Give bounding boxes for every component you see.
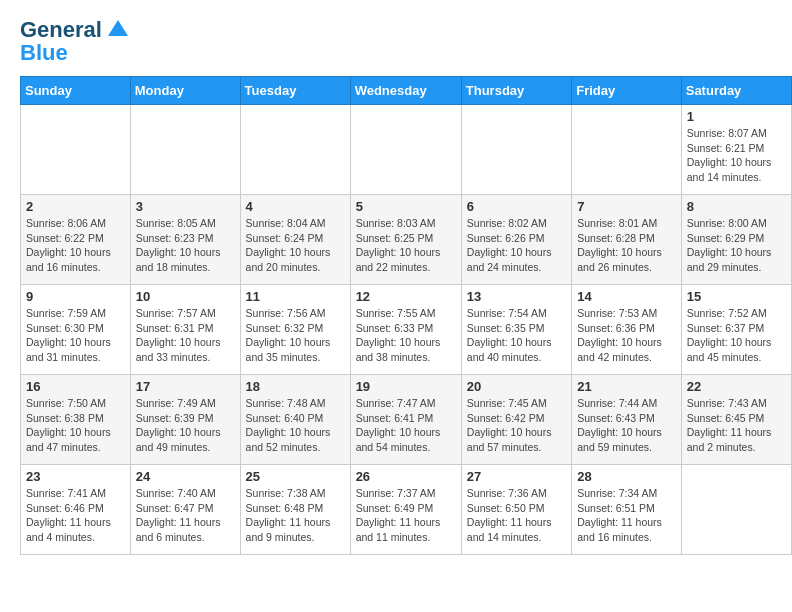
col-header-sunday: Sunday	[21, 77, 131, 105]
col-header-thursday: Thursday	[461, 77, 571, 105]
day-number: 7	[577, 199, 676, 214]
day-info: Sunrise: 7:57 AM Sunset: 6:31 PM Dayligh…	[136, 306, 235, 365]
day-number: 19	[356, 379, 456, 394]
day-info: Sunrise: 7:50 AM Sunset: 6:38 PM Dayligh…	[26, 396, 125, 455]
day-number: 15	[687, 289, 786, 304]
calendar-cell: 16Sunrise: 7:50 AM Sunset: 6:38 PM Dayli…	[21, 375, 131, 465]
calendar-cell	[461, 105, 571, 195]
col-header-monday: Monday	[130, 77, 240, 105]
day-info: Sunrise: 7:56 AM Sunset: 6:32 PM Dayligh…	[246, 306, 345, 365]
calendar-cell: 14Sunrise: 7:53 AM Sunset: 6:36 PM Dayli…	[572, 285, 682, 375]
day-number: 9	[26, 289, 125, 304]
day-info: Sunrise: 8:01 AM Sunset: 6:28 PM Dayligh…	[577, 216, 676, 275]
day-number: 4	[246, 199, 345, 214]
day-number: 8	[687, 199, 786, 214]
day-number: 17	[136, 379, 235, 394]
day-info: Sunrise: 7:52 AM Sunset: 6:37 PM Dayligh…	[687, 306, 786, 365]
day-info: Sunrise: 8:02 AM Sunset: 6:26 PM Dayligh…	[467, 216, 566, 275]
calendar-cell: 8Sunrise: 8:00 AM Sunset: 6:29 PM Daylig…	[681, 195, 791, 285]
calendar-cell: 25Sunrise: 7:38 AM Sunset: 6:48 PM Dayli…	[240, 465, 350, 555]
day-info: Sunrise: 7:53 AM Sunset: 6:36 PM Dayligh…	[577, 306, 676, 365]
calendar-cell: 22Sunrise: 7:43 AM Sunset: 6:45 PM Dayli…	[681, 375, 791, 465]
day-info: Sunrise: 7:38 AM Sunset: 6:48 PM Dayligh…	[246, 486, 345, 545]
day-number: 10	[136, 289, 235, 304]
calendar-cell: 15Sunrise: 7:52 AM Sunset: 6:37 PM Dayli…	[681, 285, 791, 375]
day-number: 2	[26, 199, 125, 214]
day-number: 11	[246, 289, 345, 304]
day-info: Sunrise: 7:47 AM Sunset: 6:41 PM Dayligh…	[356, 396, 456, 455]
day-info: Sunrise: 8:07 AM Sunset: 6:21 PM Dayligh…	[687, 126, 786, 185]
calendar-cell: 19Sunrise: 7:47 AM Sunset: 6:41 PM Dayli…	[350, 375, 461, 465]
day-number: 23	[26, 469, 125, 484]
day-info: Sunrise: 7:44 AM Sunset: 6:43 PM Dayligh…	[577, 396, 676, 455]
day-number: 13	[467, 289, 566, 304]
day-number: 16	[26, 379, 125, 394]
calendar-cell: 24Sunrise: 7:40 AM Sunset: 6:47 PM Dayli…	[130, 465, 240, 555]
day-info: Sunrise: 8:04 AM Sunset: 6:24 PM Dayligh…	[246, 216, 345, 275]
calendar-cell	[572, 105, 682, 195]
calendar-header: SundayMondayTuesdayWednesdayThursdayFrid…	[21, 77, 792, 105]
calendar-cell: 28Sunrise: 7:34 AM Sunset: 6:51 PM Dayli…	[572, 465, 682, 555]
day-info: Sunrise: 7:34 AM Sunset: 6:51 PM Dayligh…	[577, 486, 676, 545]
calendar-cell: 26Sunrise: 7:37 AM Sunset: 6:49 PM Dayli…	[350, 465, 461, 555]
col-header-wednesday: Wednesday	[350, 77, 461, 105]
page-header: General Blue	[0, 0, 792, 76]
day-info: Sunrise: 7:41 AM Sunset: 6:46 PM Dayligh…	[26, 486, 125, 545]
day-info: Sunrise: 7:48 AM Sunset: 6:40 PM Dayligh…	[246, 396, 345, 455]
day-info: Sunrise: 8:05 AM Sunset: 6:23 PM Dayligh…	[136, 216, 235, 275]
day-info: Sunrise: 8:03 AM Sunset: 6:25 PM Dayligh…	[356, 216, 456, 275]
day-info: Sunrise: 7:43 AM Sunset: 6:45 PM Dayligh…	[687, 396, 786, 455]
day-number: 12	[356, 289, 456, 304]
logo: General Blue	[20, 16, 132, 66]
day-number: 5	[356, 199, 456, 214]
calendar-cell: 12Sunrise: 7:55 AM Sunset: 6:33 PM Dayli…	[350, 285, 461, 375]
calendar-cell: 3Sunrise: 8:05 AM Sunset: 6:23 PM Daylig…	[130, 195, 240, 285]
day-number: 1	[687, 109, 786, 124]
calendar-cell: 13Sunrise: 7:54 AM Sunset: 6:35 PM Dayli…	[461, 285, 571, 375]
calendar-cell: 20Sunrise: 7:45 AM Sunset: 6:42 PM Dayli…	[461, 375, 571, 465]
day-info: Sunrise: 7:37 AM Sunset: 6:49 PM Dayligh…	[356, 486, 456, 545]
calendar-cell	[240, 105, 350, 195]
day-info: Sunrise: 8:00 AM Sunset: 6:29 PM Dayligh…	[687, 216, 786, 275]
day-info: Sunrise: 7:36 AM Sunset: 6:50 PM Dayligh…	[467, 486, 566, 545]
calendar-cell: 4Sunrise: 8:04 AM Sunset: 6:24 PM Daylig…	[240, 195, 350, 285]
logo-icon	[104, 16, 132, 44]
day-number: 20	[467, 379, 566, 394]
calendar-cell: 23Sunrise: 7:41 AM Sunset: 6:46 PM Dayli…	[21, 465, 131, 555]
calendar-cell: 21Sunrise: 7:44 AM Sunset: 6:43 PM Dayli…	[572, 375, 682, 465]
day-info: Sunrise: 7:45 AM Sunset: 6:42 PM Dayligh…	[467, 396, 566, 455]
day-number: 22	[687, 379, 786, 394]
calendar-cell	[130, 105, 240, 195]
day-number: 21	[577, 379, 676, 394]
day-info: Sunrise: 7:49 AM Sunset: 6:39 PM Dayligh…	[136, 396, 235, 455]
calendar-cell: 5Sunrise: 8:03 AM Sunset: 6:25 PM Daylig…	[350, 195, 461, 285]
day-info: Sunrise: 8:06 AM Sunset: 6:22 PM Dayligh…	[26, 216, 125, 275]
col-header-tuesday: Tuesday	[240, 77, 350, 105]
svg-marker-0	[108, 20, 128, 36]
calendar-cell: 27Sunrise: 7:36 AM Sunset: 6:50 PM Dayli…	[461, 465, 571, 555]
calendar-cell: 10Sunrise: 7:57 AM Sunset: 6:31 PM Dayli…	[130, 285, 240, 375]
day-info: Sunrise: 7:59 AM Sunset: 6:30 PM Dayligh…	[26, 306, 125, 365]
day-number: 27	[467, 469, 566, 484]
calendar-table: SundayMondayTuesdayWednesdayThursdayFrid…	[20, 76, 792, 555]
day-number: 26	[356, 469, 456, 484]
calendar-cell: 2Sunrise: 8:06 AM Sunset: 6:22 PM Daylig…	[21, 195, 131, 285]
col-header-friday: Friday	[572, 77, 682, 105]
day-info: Sunrise: 7:54 AM Sunset: 6:35 PM Dayligh…	[467, 306, 566, 365]
calendar-cell: 18Sunrise: 7:48 AM Sunset: 6:40 PM Dayli…	[240, 375, 350, 465]
calendar-body: 1Sunrise: 8:07 AM Sunset: 6:21 PM Daylig…	[21, 105, 792, 555]
calendar-cell: 6Sunrise: 8:02 AM Sunset: 6:26 PM Daylig…	[461, 195, 571, 285]
calendar-container: SundayMondayTuesdayWednesdayThursdayFrid…	[0, 76, 792, 565]
day-info: Sunrise: 7:55 AM Sunset: 6:33 PM Dayligh…	[356, 306, 456, 365]
calendar-cell: 9Sunrise: 7:59 AM Sunset: 6:30 PM Daylig…	[21, 285, 131, 375]
calendar-cell: 7Sunrise: 8:01 AM Sunset: 6:28 PM Daylig…	[572, 195, 682, 285]
day-number: 3	[136, 199, 235, 214]
calendar-cell: 1Sunrise: 8:07 AM Sunset: 6:21 PM Daylig…	[681, 105, 791, 195]
day-number: 24	[136, 469, 235, 484]
day-number: 18	[246, 379, 345, 394]
day-number: 6	[467, 199, 566, 214]
day-number: 28	[577, 469, 676, 484]
calendar-cell: 11Sunrise: 7:56 AM Sunset: 6:32 PM Dayli…	[240, 285, 350, 375]
col-header-saturday: Saturday	[681, 77, 791, 105]
calendar-cell: 17Sunrise: 7:49 AM Sunset: 6:39 PM Dayli…	[130, 375, 240, 465]
